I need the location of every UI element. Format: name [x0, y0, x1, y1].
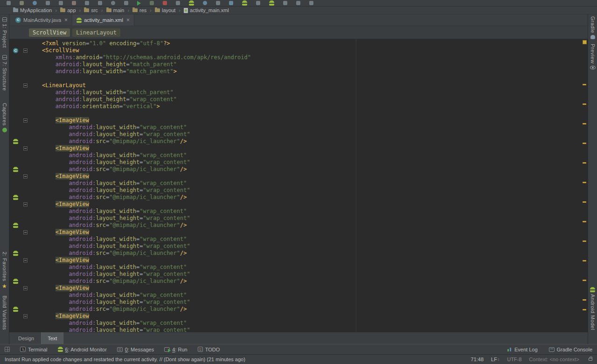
breadcrumb-item[interactable]: res [132, 7, 146, 13]
code-line [9, 110, 588, 117]
fold-marker-icon[interactable] [23, 202, 28, 206]
caret-position-indicator[interactable]: 71:48 [471, 357, 484, 362]
gutter-icon-column [9, 173, 21, 180]
toolbar-icon[interactable] [124, 1, 128, 5]
drawable-preview-icon[interactable] [13, 223, 18, 228]
code-token: <ImageView [56, 173, 89, 179]
encoding-indicator[interactable]: UTF-8 [507, 357, 521, 362]
breadcrumb-item[interactable]: layout [155, 7, 175, 13]
breadcrumb-item[interactable]: app [60, 7, 76, 13]
error-stripe-mark[interactable] [583, 84, 586, 85]
toolbar-icon[interactable] [309, 1, 313, 5]
toolbar-icon[interactable] [176, 1, 180, 5]
error-stripe-mark[interactable] [583, 221, 586, 222]
toolbar-icon[interactable] [59, 1, 63, 5]
error-stripe-mark[interactable] [583, 240, 586, 242]
breadcrumb-item[interactable]: MyApplication [13, 7, 52, 13]
tool-window-button-Gradle Console[interactable]: Gradle Console [549, 347, 592, 352]
error-stripe-mark[interactable] [583, 123, 586, 124]
fold-marker-icon[interactable] [23, 174, 28, 179]
toolbar-icon[interactable] [46, 1, 50, 5]
toolbar-icon[interactable] [111, 1, 115, 5]
gutter-icon-column [9, 257, 21, 264]
error-stripe-mark[interactable] [583, 143, 586, 144]
tool-window-button-TODO[interactable]: TODO [198, 347, 220, 352]
toolbar-icon[interactable] [242, 0, 247, 6]
error-stripe-mark[interactable] [583, 201, 586, 203]
code-token: = [139, 271, 143, 277]
fold-marker-icon[interactable] [23, 286, 28, 290]
designer-tab-Design[interactable]: Design [12, 332, 40, 344]
fold-marker-icon[interactable] [23, 258, 28, 262]
tool-button-android-model[interactable]: Android Model [590, 287, 596, 330]
drawable-preview-icon[interactable] [13, 167, 18, 172]
toolbar-icon[interactable] [20, 1, 24, 5]
fold-marker-icon[interactable] [23, 83, 28, 88]
tool-button-preview[interactable]: Preview [590, 44, 596, 69]
close-icon[interactable]: × [126, 17, 130, 23]
tag-breadcrumb-ScrollView[interactable]: ScrollView [29, 28, 70, 37]
error-stripe-mark[interactable] [583, 162, 586, 164]
toolbar-icon[interactable] [7, 1, 11, 5]
drawable-preview-icon[interactable] [13, 139, 18, 144]
tool-window-button-6: Android Monitor[interactable]: 6: Android Monitor [58, 347, 107, 352]
toolbar-icon[interactable] [163, 1, 167, 5]
error-stripe-mark[interactable] [583, 182, 586, 183]
error-stripe-mark[interactable] [583, 309, 586, 310]
tool-button-project[interactable]: 1: Project [2, 17, 7, 48]
editor-tab-activity_main.xml[interactable]: activity_main.xml× [72, 14, 134, 26]
tool-button-structure[interactable]: 7: Structure [2, 55, 7, 91]
editor[interactable]: <?xml version="1.0" encoding="utf-8"?>C<… [9, 39, 588, 332]
breadcrumb-item[interactable]: src [84, 7, 98, 13]
drawable-preview-icon[interactable] [13, 195, 18, 200]
fold-marker-icon[interactable] [23, 230, 28, 234]
toolbar-icon[interactable] [229, 1, 233, 5]
error-stripe-mark[interactable] [583, 103, 586, 105]
breadcrumb-item[interactable]: main [106, 7, 125, 13]
toolbar-icon[interactable] [256, 1, 260, 5]
tool-window-button-Terminal[interactable]: Terminal [20, 347, 48, 352]
fold-marker-icon[interactable] [23, 48, 28, 53]
drawable-preview-icon[interactable] [13, 279, 18, 284]
toolbar-icon[interactable] [85, 1, 89, 5]
error-stripe-mark[interactable] [583, 260, 586, 261]
editor-tab-MainActivity.java[interactable]: CMainActivity.java× [11, 14, 72, 26]
toolbar-icon[interactable] [33, 1, 37, 5]
tool-button-captures[interactable]: Captures [2, 103, 7, 132]
lock-icon[interactable] [589, 358, 592, 361]
folder-icon [106, 8, 111, 12]
breadcrumb-item[interactable]: activity_main.xml [184, 7, 229, 13]
tool-window-button-Event Log[interactable]: Event Log [507, 347, 538, 352]
error-stripe-mark[interactable] [583, 280, 586, 281]
tool-button-gradle[interactable]: Gradle [590, 16, 596, 39]
toolbar-icon[interactable] [98, 1, 102, 5]
tag-breadcrumb-LinearLayout[interactable]: LinearLayout [72, 28, 120, 37]
toolbar-icon[interactable] [216, 1, 220, 5]
toolbar-icon[interactable] [137, 1, 141, 6]
drawable-preview-icon[interactable] [13, 251, 18, 256]
toolbar-icon[interactable] [283, 1, 287, 5]
fold-marker-icon[interactable] [23, 118, 28, 123]
close-icon[interactable]: × [64, 17, 68, 23]
toolbar-icon[interactable] [269, 0, 274, 6]
line-separator-indicator[interactable]: LF↕ [491, 357, 500, 362]
toolbar-icon[interactable] [150, 1, 154, 5]
code-token: = [126, 61, 130, 68]
fold-marker-icon[interactable] [23, 314, 28, 318]
toolbar-icon[interactable] [203, 1, 207, 5]
toolbar-icon[interactable] [72, 1, 76, 5]
inspection-status-icon[interactable] [583, 40, 587, 44]
tool-window-switcher-icon[interactable] [5, 347, 10, 352]
tool-window-button-4: Run[interactable]: 4: Run [164, 347, 187, 352]
class-gutter-icon[interactable]: C [13, 48, 18, 53]
drawable-preview-icon[interactable] [13, 307, 18, 312]
fold-marker-icon[interactable] [23, 146, 28, 151]
code-line: android:layout_height="wrap_content" [9, 327, 588, 332]
toolbar-icon[interactable] [189, 0, 194, 6]
tool-button-build-variants[interactable]: Build Variants [2, 295, 7, 330]
designer-tab-Text[interactable]: Text [41, 332, 63, 344]
toolbar-icon[interactable] [296, 1, 300, 5]
error-stripe-mark[interactable] [583, 299, 586, 301]
tool-window-button-0: Messages[interactable]: 0: Messages [117, 347, 154, 352]
tool-button-favorites[interactable]: 2: Favorites★ [2, 252, 7, 288]
